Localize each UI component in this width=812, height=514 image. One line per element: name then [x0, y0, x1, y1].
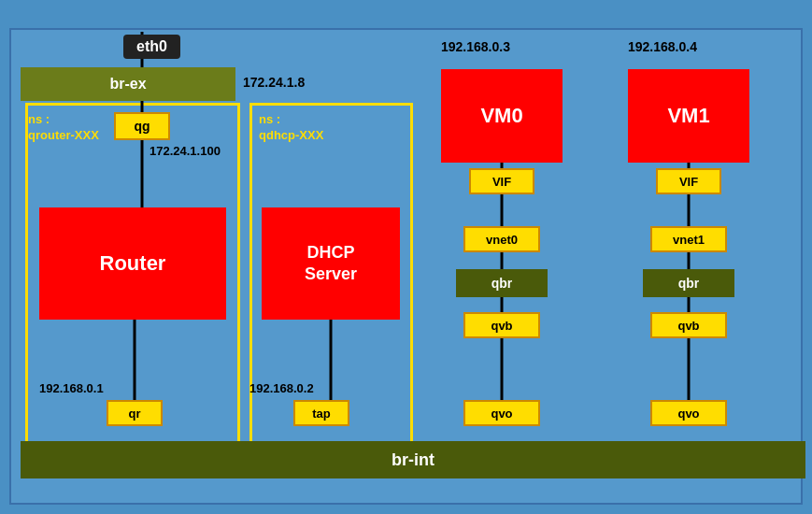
vnet0-box: vnet0	[463, 226, 540, 252]
vm1-label: VM1	[667, 104, 709, 128]
dhcp-server-box: DHCPServer	[262, 207, 400, 320]
tap-box: tap	[293, 400, 349, 426]
qvb0-box: qvb	[463, 312, 540, 338]
vif0-box: VIF	[469, 168, 534, 194]
br-int-bar: br-int	[21, 441, 805, 478]
qbr1-box: qbr	[643, 269, 734, 297]
ns-qdhcp-label: ns :qdhcp-XXX	[259, 112, 323, 144]
qvb1-box: qvb	[650, 312, 727, 338]
vm0-label: VM0	[480, 104, 522, 128]
qvo1-box: qvo	[650, 400, 727, 426]
vm0-box: VM0	[441, 69, 563, 163]
qvo0-box: qvo	[463, 400, 540, 426]
vm0-ip-label: 192.168.0.3	[441, 39, 510, 54]
ip-172-100-label: 172.24.1.100	[150, 144, 221, 158]
dhcp-server-label: DHCPServer	[305, 242, 357, 286]
vif1-box: VIF	[656, 168, 721, 194]
router-label: Router	[100, 251, 166, 276]
router-box: Router	[39, 207, 226, 320]
vnet1-box: vnet1	[650, 226, 727, 252]
ip-172-8-label: 172.24.1.8	[243, 75, 305, 90]
br-int-label: br-int	[392, 450, 434, 470]
main-container: eth0 br-ex 172.24.1.8 ns :qrouter-XXX ns…	[9, 28, 803, 505]
ip-192-01-label: 192.168.0.1	[39, 381, 104, 395]
qg-box: qg	[114, 112, 170, 140]
vm1-box: VM1	[628, 69, 749, 163]
qbr0-box: qbr	[456, 269, 548, 297]
ns-qrouter-label: ns :qrouter-XXX	[28, 112, 99, 144]
br-ex-bar: br-ex	[21, 67, 235, 101]
ip-192-02-label: 192.168.0.2	[249, 381, 314, 395]
eth0-label: eth0	[123, 35, 180, 59]
vm1-ip-label: 192.168.0.4	[628, 39, 697, 54]
qr-box: qr	[107, 400, 163, 426]
br-ex-label: br-ex	[109, 76, 146, 93]
